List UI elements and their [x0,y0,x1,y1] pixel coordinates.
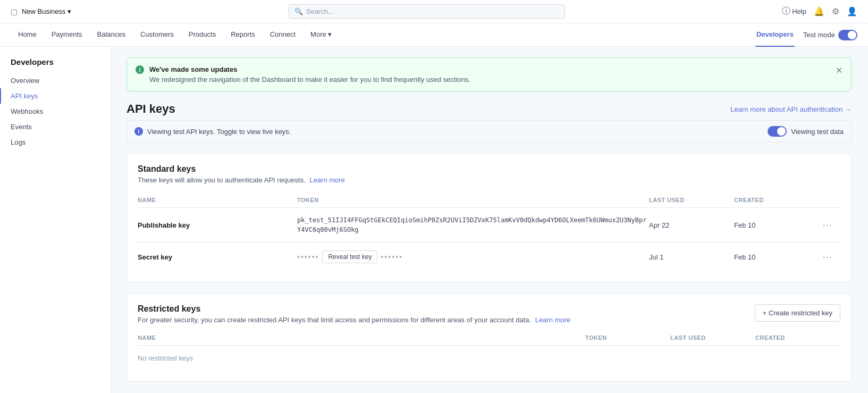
nav-item-connect[interactable]: Connect [263,23,303,47]
top-bar: ▢ New Business ▾ 🔍 Search... ⓘ Help 🔔 ⚙ … [0,0,868,23]
top-bar-right: ⓘ Help 🔔 ⚙ 👤 [782,6,857,17]
table-row: Publishable key pk_test_51IJI4FFGqStGEkC… [138,208,840,243]
key-actions-secret: ⋯ [819,250,840,264]
no-restricted-keys-text: No restricted keys [138,354,193,362]
restricted-keys-subtitle: For greater security, you can create res… [138,316,570,324]
test-data-row: i Viewing test API keys. Toggle to view … [127,120,852,143]
test-data-right: Viewing test data [768,126,844,137]
restricted-keys-card: Restricted keys For greater security, yo… [127,293,852,382]
publishable-key-more-button[interactable]: ⋯ [819,218,835,232]
rth-token: TOKEN [585,335,670,341]
rth-created: CREATED [755,335,840,341]
standard-keys-subtitle: These keys will allow you to authenticat… [138,176,840,184]
standard-keys-table-header: NAME TOKEN LAST USED CREATED [138,193,840,208]
standard-keys-title: Standard keys [138,164,840,174]
nav-item-home[interactable]: Home [11,23,44,47]
sidebar-item-webhooks[interactable]: Webhooks [0,104,111,119]
user-icon: 👤 [847,6,857,16]
info-banner-title: We've made some updates [149,65,470,73]
standard-keys-card: Standard keys These keys will allow you … [127,153,852,282]
window-icon: ▢ [11,7,18,16]
search-placeholder: Search... [306,7,334,15]
api-keys-header: API keys Learn more about API authentica… [127,102,852,116]
content-area: i We've made some updates We redesigned … [112,47,866,393]
main-layout: Developers Overview API keys Webhooks Ev… [0,47,868,393]
create-restricted-key-button[interactable]: + Create restricted key [755,304,840,322]
settings-button[interactable]: ⚙ [832,6,839,16]
info-icon: i [136,65,144,74]
th-name: NAME [138,197,297,203]
th-created: CREATED [734,197,819,203]
key-name-secret: Secret key [138,253,297,261]
restricted-keys-header: Restricted keys For greater security, yo… [138,304,840,324]
restricted-header-left: Restricted keys For greater security, yo… [138,304,570,324]
key-last-used-secret: Jul 1 [649,253,734,261]
top-bar-left: ▢ New Business ▾ [11,7,71,16]
search-icon: 🔍 [294,7,303,15]
account-button[interactable]: 👤 [847,6,857,16]
sidebar-item-api-keys[interactable]: API keys [0,88,111,104]
nav-bar: Home Payments Balances Customers Product… [0,23,868,47]
rth-last-used: LAST USED [670,335,755,341]
nav-right: Developers Test mode [755,23,857,47]
restricted-keys-learn-more-link[interactable]: Learn more [535,316,570,324]
dots-right: •••••• [381,253,402,261]
restricted-header-right: + Create restricted key [755,304,840,322]
notifications-button[interactable]: 🔔 [814,6,824,16]
reveal-label: Reveal test key [328,253,372,261]
nav-item-more[interactable]: More ▾ [303,23,339,47]
key-last-used-publishable: Apr 22 [649,221,734,229]
info-banner-content: We've made some updates We redesigned th… [149,65,470,83]
info-banner: i We've made some updates We redesigned … [127,57,852,91]
viewing-test-data-toggle[interactable] [768,126,787,137]
restricted-keys-table-header: NAME TOKEN LAST USED CREATED [138,330,840,346]
nav-developers[interactable]: Developers [755,23,795,47]
reveal-test-key-button[interactable]: Reveal test key [322,250,377,263]
business-selector[interactable]: New Business ▾ [22,7,71,15]
test-info-text: Viewing test API keys. Toggle to view li… [147,128,291,136]
business-name: New Business [22,7,65,15]
standard-keys-subtitle-text: These keys will allow you to authenticat… [138,176,306,184]
key-token-publishable: pk_test_51IJI4FFGqStGEkCEQIqioSmihP8ZsR2… [297,215,649,235]
nav-item-balances[interactable]: Balances [90,23,133,47]
viewing-test-data-label: Viewing test data [791,128,844,136]
dots-left: •••••• [297,253,319,261]
toggle-knob [848,31,856,39]
key-name-publishable: Publishable key [138,221,297,229]
key-created-secret: Feb 10 [734,253,819,261]
standard-keys-learn-more-link[interactable]: Learn more [309,176,344,184]
search-box[interactable]: 🔍 Search... [289,4,565,19]
nav-left: Home Payments Balances Customers Product… [11,23,339,47]
api-auth-learn-more-link[interactable]: Learn more about API authentication → [730,105,852,113]
chevron-down-icon: ▾ [68,7,71,15]
bell-icon: 🔔 [814,6,824,16]
sidebar-item-events[interactable]: Events [0,119,111,135]
table-row: Secret key •••••• Reveal test key ••••••… [138,243,840,271]
nav-item-reports[interactable]: Reports [223,23,263,47]
sidebar-item-overview[interactable]: Overview [0,73,111,88]
secret-key-more-button[interactable]: ⋯ [819,250,835,264]
key-created-publishable: Feb 10 [734,221,819,229]
nav-item-customers[interactable]: Customers [133,23,181,47]
restricted-keys-title: Restricted keys [138,304,570,314]
nav-item-payments[interactable]: Payments [44,23,90,47]
rth-name: NAME [138,335,585,341]
help-button[interactable]: ⓘ Help [782,6,806,17]
create-restricted-key-label: + Create restricted key [763,309,832,317]
token-text-publishable: pk_test_51IJI4FFGqStGEkCEQIqioSmihP8ZsR2… [297,216,646,233]
sidebar-title: Developers [0,57,111,73]
nav-item-products[interactable]: Products [181,23,223,47]
key-token-secret: •••••• Reveal test key •••••• [297,250,649,263]
help-label: Help [792,7,806,15]
test-data-left: i Viewing test API keys. Toggle to view … [134,127,291,136]
sidebar-item-logs[interactable]: Logs [0,135,111,150]
test-mode-label: Test mode [803,31,835,39]
info-banner-text: We redesigned the navigation of the Dash… [149,76,470,83]
test-mode-switch[interactable] [838,30,857,40]
banner-close-button[interactable]: ✕ [836,65,842,76]
test-mode-toggle[interactable]: Test mode [803,30,857,40]
toggle-knob-2 [777,127,786,136]
restricted-keys-subtitle-text: For greater security, you can create res… [138,316,531,324]
th-last-used: LAST USED [649,197,734,203]
help-icon: ⓘ [782,6,790,17]
